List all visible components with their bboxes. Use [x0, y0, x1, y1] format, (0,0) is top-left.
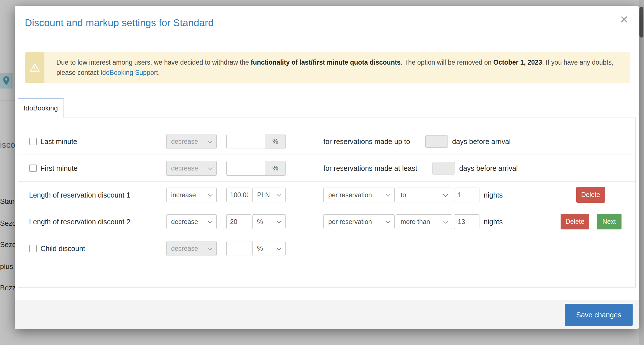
select-value: to: [401, 191, 406, 199]
amount-input[interactable]: [226, 214, 251, 229]
next-button[interactable]: Next: [597, 214, 622, 229]
warning-text-part: . The option will be removed on: [401, 59, 493, 66]
select-value: decrease: [171, 138, 198, 145]
unit-select[interactable]: PLN: [252, 188, 286, 202]
row-text: for reservations made at least: [323, 164, 417, 172]
first-minute-checkbox[interactable]: [29, 165, 37, 172]
row-label: Last minute: [40, 137, 77, 145]
modal-footer: Save changes: [15, 300, 639, 329]
row-label: Length of reservation discount 2: [29, 217, 130, 226]
mode-select[interactable]: decrease: [166, 134, 217, 149]
amount-input[interactable]: [226, 161, 265, 176]
percent-addon: %: [265, 134, 286, 149]
settings-panel: Last minute decrease % for reservations …: [18, 118, 636, 288]
days-input[interactable]: [425, 135, 448, 148]
amount-input[interactable]: [226, 241, 251, 256]
row-discount-2: Length of reservation discount 2 decreas…: [18, 208, 635, 235]
row-discount-1: Length of reservation discount 1 increas…: [18, 182, 635, 208]
per-reservation-select[interactable]: per reservation: [323, 214, 395, 229]
child-discount-checkbox[interactable]: [29, 245, 37, 252]
select-value: decrease: [171, 218, 198, 226]
nights-input[interactable]: [454, 188, 479, 202]
warning-triangle-icon: [25, 52, 44, 83]
warning-bold: October 1, 2023: [493, 59, 542, 66]
discount-settings-modal: Discount and markup settings for Standar…: [15, 6, 639, 329]
amount-input[interactable]: [226, 188, 251, 202]
unit-select[interactable]: %: [252, 241, 286, 256]
row-text: days before arrival: [452, 137, 511, 145]
select-value: PLN: [257, 191, 270, 199]
tab-idobooking[interactable]: IdoBooking: [18, 98, 64, 118]
last-minute-checkbox[interactable]: [29, 138, 37, 145]
per-reservation-select[interactable]: per reservation: [323, 188, 395, 202]
row-text: days before arrival: [459, 164, 518, 172]
select-value: %: [257, 245, 263, 252]
amount-input[interactable]: [226, 134, 265, 149]
select-value: more than: [401, 218, 430, 226]
modal-title: Discount and markup settings for Standar…: [25, 17, 214, 28]
days-input[interactable]: [432, 162, 455, 174]
select-value: %: [257, 218, 263, 226]
support-link[interactable]: IdoBooking Support: [101, 69, 158, 76]
mode-select[interactable]: decrease: [166, 241, 217, 256]
select-value: per reservation: [328, 218, 372, 226]
row-child-discount: Child discount decrease %: [18, 235, 635, 262]
row-text: nights: [484, 191, 503, 199]
row-text: for reservations made up to: [323, 137, 410, 145]
row-label: Length of reservation discount 1: [29, 191, 130, 199]
select-value: decrease: [171, 165, 198, 172]
delete-button[interactable]: Delete: [561, 214, 589, 229]
warning-banner: Due to low interest among users, we have…: [25, 52, 630, 83]
range-select[interactable]: more than: [396, 214, 452, 229]
nights-input[interactable]: [454, 214, 479, 229]
delete-button[interactable]: Delete: [576, 187, 605, 203]
row-text: nights: [484, 217, 503, 226]
mode-select[interactable]: decrease: [166, 214, 217, 229]
percent-addon: %: [265, 161, 286, 176]
row-first-minute: First minute decrease % for reservations…: [18, 155, 635, 182]
select-value: decrease: [171, 245, 198, 252]
select-value: per reservation: [328, 191, 372, 199]
warning-bold: functionality of last/first minute quota…: [251, 59, 401, 66]
close-icon[interactable]: ×: [620, 13, 628, 26]
mode-select[interactable]: increase: [166, 188, 217, 202]
unit-select[interactable]: %: [252, 214, 286, 229]
select-value: increase: [171, 191, 196, 199]
range-select[interactable]: to: [396, 188, 452, 202]
row-last-minute: Last minute decrease % for reservations …: [18, 128, 635, 155]
warning-text: Due to low interest among users, we have…: [44, 52, 630, 83]
save-button[interactable]: Save changes: [565, 304, 633, 326]
warning-text-part: .: [158, 69, 160, 76]
warning-text-part: Due to low interest among users, we have…: [56, 59, 251, 66]
mode-select[interactable]: decrease: [166, 161, 217, 176]
row-label: First minute: [40, 164, 78, 172]
row-label: Child discount: [40, 245, 85, 253]
